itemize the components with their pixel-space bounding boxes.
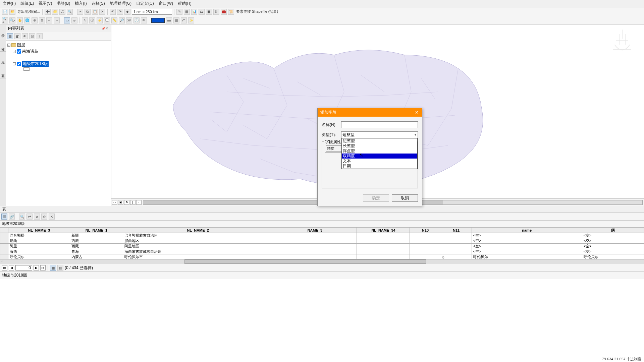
table-cell[interactable]	[273, 244, 357, 249]
color-swatch[interactable]	[151, 18, 165, 23]
time-slider-icon[interactable]: 🕐	[133, 17, 140, 23]
pan-icon[interactable]: ✋	[17, 17, 23, 23]
type-option-long[interactable]: 长整型	[342, 143, 417, 148]
list-by-source-icon[interactable]: ◧	[14, 33, 20, 39]
draw-icon[interactable]: ▬	[166, 17, 172, 23]
table-cell[interactable]	[357, 254, 410, 259]
table-cell[interactable]	[410, 233, 441, 238]
layer-checkbox[interactable]	[17, 62, 21, 66]
new-icon[interactable]: 📄	[2, 9, 8, 15]
record-number-input[interactable]	[15, 265, 32, 270]
show-selected-icon[interactable]: ▤	[57, 265, 63, 271]
table-cell[interactable]	[357, 233, 410, 238]
menu-selection[interactable]: 选择(S)	[92, 1, 105, 6]
table-cell[interactable]	[273, 254, 357, 259]
row-selector-header[interactable]	[0, 228, 8, 233]
sidetab-catalog[interactable]: 目录	[0, 25, 6, 38]
menu-view[interactable]: 视图(V)	[39, 1, 52, 6]
next-record-icon[interactable]: ▶	[34, 265, 39, 270]
col-header[interactable]: NL_NAME_1	[70, 228, 123, 233]
measure-icon[interactable]: 📏	[111, 17, 117, 23]
undo-icon[interactable]: ↶	[110, 9, 116, 15]
scroll-left-icon[interactable]: ‹	[136, 200, 142, 205]
list-by-drawing-icon[interactable]: ☰	[7, 33, 13, 39]
feature-to-shapefile-button[interactable]: 要素类转 Shapefile (批量)	[236, 9, 278, 14]
table-cell[interactable]	[441, 244, 472, 249]
col-header[interactable]: NL_NAME_3	[8, 228, 70, 233]
delete-selected-icon[interactable]: ✕	[49, 214, 55, 220]
folder-icon[interactable]: 📁	[52, 9, 58, 15]
close-icon[interactable]: ✕	[106, 27, 109, 30]
table-row[interactable]: 呼伦贝尔内蒙古呼伦贝尔市3呼伦贝尔呼伦贝尔	[0, 254, 644, 259]
row-selector[interactable]	[0, 249, 8, 254]
add-data-icon[interactable]: ➕	[45, 9, 51, 15]
clear-selection-icon[interactable]: ⌀	[34, 214, 40, 220]
catalog-icon[interactable]: 🗂	[199, 9, 205, 15]
table-cell[interactable]: <空>	[472, 238, 582, 244]
zoom-in-icon[interactable]: 🔍+	[2, 17, 8, 23]
delete-icon[interactable]: ✕	[99, 9, 105, 15]
pointer-icon[interactable]: ↖	[82, 17, 88, 23]
related-tables-icon[interactable]: 🔗	[9, 214, 15, 220]
menu-window[interactable]: 窗口(W)	[159, 1, 173, 6]
select-icon[interactable]: ▭	[64, 17, 70, 23]
row-selector[interactable]	[0, 238, 8, 244]
find-icon[interactable]: 🔎	[119, 17, 125, 23]
layer-dijishi[interactable]: 地级市2018版	[22, 61, 49, 67]
type-option-text[interactable]: 文本	[342, 159, 417, 164]
table-cell[interactable]	[410, 254, 441, 259]
menu-bookmarks[interactable]: 书签(B)	[57, 1, 70, 6]
table-row[interactable]: 那曲西藏那曲地区<空><空>	[0, 238, 644, 244]
map-view[interactable]: 添加字段 ✕ 名称(N): 类型(T): 短整型 短整型 长整型 浮点型	[111, 25, 644, 206]
cut-icon[interactable]: ✂	[77, 9, 83, 15]
type-option-double[interactable]: 双精度	[342, 154, 417, 159]
table-hscrollbar[interactable]: ‹	[0, 259, 644, 264]
table-cell[interactable]: 呼伦贝尔	[8, 254, 70, 259]
script-icon[interactable]: 📜	[228, 9, 234, 15]
scale-input[interactable]	[132, 9, 172, 15]
table-cell[interactable]: <空>	[582, 238, 644, 244]
chart-icon[interactable]: 📊	[191, 9, 197, 15]
table-cell[interactable]: 阿里	[8, 244, 70, 249]
col-header[interactable]: 病	[582, 228, 644, 233]
viewer-icon[interactable]: 👁	[141, 17, 147, 23]
name-input[interactable]	[341, 121, 418, 128]
select-by-attr-icon[interactable]: 🔍	[19, 214, 25, 220]
table-cell[interactable]: <空>	[582, 249, 644, 254]
col-header[interactable]: N10	[410, 228, 441, 233]
table-cell[interactable]: <空>	[582, 244, 644, 249]
switch-selection-icon[interactable]: ⇄	[26, 214, 33, 220]
menu-customize[interactable]: 自定义(C)	[136, 1, 154, 6]
col-header[interactable]: NAME_3	[273, 228, 357, 233]
table-tool-icon[interactable]: ▦	[173, 17, 179, 23]
table-cell[interactable]: 青海	[70, 249, 123, 254]
scrollbar-thumb[interactable]	[184, 259, 426, 264]
table-cell[interactable]	[357, 249, 410, 254]
open-icon[interactable]: 📂	[9, 9, 15, 15]
pause-icon[interactable]: ‖	[130, 200, 136, 205]
prev-extent-icon[interactable]: ←	[46, 17, 52, 23]
cancel-button[interactable]: 取消	[392, 194, 418, 202]
table-cell[interactable]: <空>	[472, 233, 582, 238]
col-header[interactable]: NL_NAME_2	[123, 228, 273, 233]
table-cell[interactable]: 海西	[8, 249, 70, 254]
search-icon[interactable]: 🔍	[67, 9, 73, 15]
prev-record-icon[interactable]: ◀	[9, 265, 14, 270]
table-cell[interactable]: 3	[441, 254, 472, 259]
zoom-selected-icon[interactable]: ⊙	[41, 214, 47, 220]
table-cell[interactable]: <空>	[472, 249, 582, 254]
redo-icon[interactable]: ↷	[117, 9, 123, 15]
expand-icon[interactable]: -	[13, 62, 16, 65]
next-extent-icon[interactable]: →	[54, 17, 60, 23]
table-cell[interactable]	[410, 238, 441, 244]
row-selector[interactable]	[0, 254, 8, 259]
table-cell[interactable]	[410, 244, 441, 249]
attribute-grid[interactable]: NL_NAME_3 NL_NAME_1 NL_NAME_2 NAME_3 NL_…	[0, 227, 644, 259]
editor-icon[interactable]: ✎	[176, 9, 182, 15]
col-header[interactable]: NL_NAME_34	[357, 228, 410, 233]
table-cell[interactable]: 呼伦贝尔	[472, 254, 582, 259]
scroll-left-icon[interactable]: ‹	[1, 259, 2, 263]
table-cell[interactable]: 内蒙古	[70, 254, 123, 259]
python-icon[interactable]: ▣	[206, 9, 212, 15]
zoom-out-icon[interactable]: 🔍-	[9, 17, 15, 23]
